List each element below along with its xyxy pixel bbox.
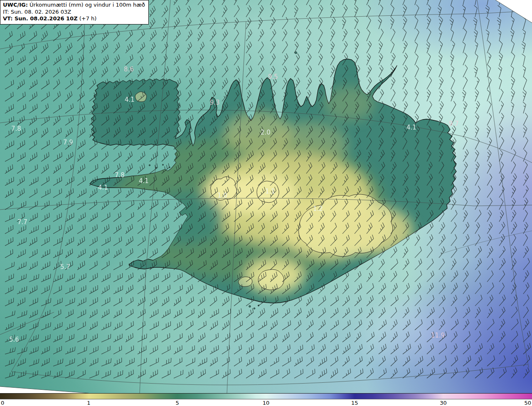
weather-map-screenshot: 8.64.19.39.57.87.92.04.19.77.84.14.11.01… (0, 0, 532, 406)
valid-label: VT: (3, 15, 12, 22)
precip-value-label: 5.7 (60, 263, 70, 271)
valid-suffix: (+7 h) (79, 15, 97, 22)
colorbar-tick-labels: 01510153050 (0, 399, 532, 406)
map-canvas: 8.64.19.39.57.87.92.04.19.77.84.14.11.01… (0, 0, 532, 393)
valid-value: Sun. 08.02.2026 10Z (15, 15, 78, 22)
colorbar-tick-0: 0 (1, 400, 4, 406)
init-label: IT: (3, 9, 9, 15)
island-vestmannaeyjar (249, 306, 251, 307)
precip-value-label: 9.3 (210, 99, 220, 106)
precip-value-label: 7.9 (63, 139, 73, 146)
title-line-init: IT: Sun. 08. 02. 2026 03Z (3, 9, 145, 16)
precip-value-label: 1.2 (313, 205, 323, 213)
precip-value-label: 2.0 (261, 129, 271, 136)
precip-value-label: 7.8 (115, 171, 125, 179)
precip-value-label: 8.6 (124, 66, 134, 73)
title-line-product: UWC/IG: Úrkomumætti (mm) og vindur i 100… (3, 2, 145, 9)
island-grimsey (295, 52, 297, 54)
init-value: Sun. 08. 02. 2026 03Z (11, 9, 71, 15)
title-line-valid: VT: Sun. 08.02.2026 10Z (+7 h) (3, 15, 145, 22)
precip-value-label: 5.6 (9, 336, 19, 343)
precip-value-label: 9.5 (268, 73, 278, 81)
glacier-myrdalsjokull (258, 269, 284, 290)
precip-value-label: 4.1 (406, 124, 416, 131)
colorbar-tick-5: 5 (175, 400, 179, 406)
precip-value-label: 11.9 (431, 332, 445, 339)
precip-value-label: 4.1 (98, 184, 108, 191)
colorbar-tick-50: 50 (524, 400, 531, 406)
map-overlay: 8.64.19.39.57.87.92.04.19.77.84.14.11.01… (0, 0, 532, 393)
island-breidafjordur (149, 164, 150, 166)
precip-value-label: 7.8 (11, 125, 21, 132)
product-label: UWC/IG: (3, 2, 28, 8)
precip-value-label: 9.7 (449, 120, 459, 127)
precip-value-label: 1.0 (217, 192, 227, 199)
colorbar-tick-15: 15 (351, 400, 358, 406)
product-title: Úrkomumætti (mm) og vindur i 100m hæð (30, 2, 145, 8)
precip-value-label: 7.7 (17, 218, 27, 226)
colorbar-tick-1: 1 (87, 400, 90, 406)
precip-value-label: 4.1 (125, 96, 135, 103)
colorbar-tick-10: 10 (263, 400, 270, 406)
title-box: UWC/IG: Úrkomumætti (mm) og vindur i 100… (0, 0, 149, 24)
precip-value-label: 4.1 (139, 177, 149, 185)
precip-value-label: 1.1 (265, 188, 275, 195)
colorbar-tick-30: 30 (440, 400, 447, 406)
precip-colorbar (0, 393, 532, 399)
